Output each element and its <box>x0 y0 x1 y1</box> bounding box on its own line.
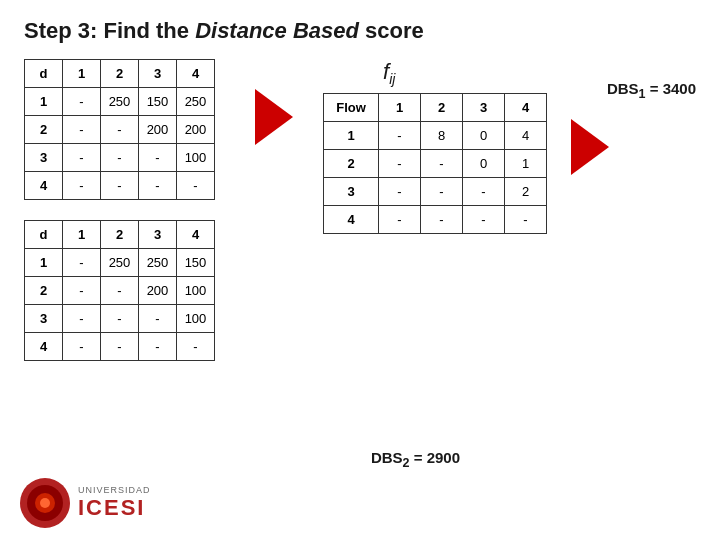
flow-header-cell: 1 <box>379 94 421 122</box>
table-cell: - <box>63 249 101 277</box>
table-cell: 250 <box>101 88 139 116</box>
table-row: 2--200200 <box>25 116 215 144</box>
table-cell: - <box>63 144 101 172</box>
distance-table-1: d 1 2 3 4 1-2501502502--2002003---1004--… <box>24 59 215 200</box>
flow-table-cell: 1 <box>505 150 547 178</box>
table-cell: - <box>177 333 215 361</box>
col-header-32: 3 <box>139 221 177 249</box>
table-cell: 100 <box>177 277 215 305</box>
arrow-shape-1 <box>255 89 293 145</box>
logo-text: UNIVERSIDAD ICESI <box>78 485 151 521</box>
table-cell: - <box>63 333 101 361</box>
flow-table-row: 2--01 <box>324 150 547 178</box>
table-cell: 1 <box>25 249 63 277</box>
flow-table-cell: - <box>379 178 421 206</box>
table-cell: 250 <box>139 249 177 277</box>
flow-table-cell: - <box>379 150 421 178</box>
col-header-42: 4 <box>177 221 215 249</box>
table-row: 3---100 <box>25 305 215 333</box>
table-cell: - <box>101 172 139 200</box>
flow-table-row: 3---2 <box>324 178 547 206</box>
table-cell: - <box>101 277 139 305</box>
table-row: 4---- <box>25 333 215 361</box>
dbs2-label: DBS2 = 2900 <box>371 449 460 470</box>
arrow-shape-2 <box>571 119 609 175</box>
flow-header-cell: 4 <box>505 94 547 122</box>
table-cell: - <box>101 305 139 333</box>
col-header-d: d <box>25 60 63 88</box>
flow-table-header-row: Flow1234 <box>324 94 547 122</box>
flow-table-cell: - <box>421 150 463 178</box>
arrow-right-1 <box>255 89 293 145</box>
flow-table-cell: - <box>463 178 505 206</box>
col-header-22: 2 <box>101 221 139 249</box>
col-header-2: 2 <box>101 60 139 88</box>
table-cell: - <box>63 172 101 200</box>
table-cell: - <box>63 305 101 333</box>
col-header-d2: d <box>25 221 63 249</box>
table-cell: 4 <box>25 333 63 361</box>
flow-table-cell: 0 <box>463 150 505 178</box>
flow-section: fij Flow1234 1-8042--013---24---- <box>323 59 547 234</box>
flow-table-cell: - <box>379 206 421 234</box>
title-italic: Distance Based <box>195 18 359 43</box>
page-title: Step 3: Find the Distance Based score <box>0 0 720 54</box>
col-header-3: 3 <box>139 60 177 88</box>
svg-point-2 <box>40 498 50 508</box>
table-cell: - <box>101 144 139 172</box>
logo-university: UNIVERSIDAD <box>78 485 151 495</box>
table-cell: - <box>63 88 101 116</box>
flow-table-cell: 2 <box>505 178 547 206</box>
dbs1-label: DBS1 = 3400 <box>607 80 696 101</box>
table-cell: - <box>101 333 139 361</box>
table-cell: - <box>177 172 215 200</box>
flow-header-cell: 3 <box>463 94 505 122</box>
flow-table-cell: 0 <box>463 122 505 150</box>
logo-circle <box>20 478 70 528</box>
table-cell: - <box>101 116 139 144</box>
table-cell: - <box>63 277 101 305</box>
table-cell: 100 <box>177 305 215 333</box>
table-cell: 200 <box>177 116 215 144</box>
flow-table-cell: 4 <box>324 206 379 234</box>
table-cell: 4 <box>25 172 63 200</box>
flow-table-cell: 2 <box>324 150 379 178</box>
flow-header-cell: Flow <box>324 94 379 122</box>
table-cell: 1 <box>25 88 63 116</box>
table-cell: 3 <box>25 144 63 172</box>
flow-table-cell: - <box>421 206 463 234</box>
table-cell: - <box>139 144 177 172</box>
table-cell: 2 <box>25 277 63 305</box>
table-cell: 100 <box>177 144 215 172</box>
table-row: 4---- <box>25 172 215 200</box>
distance-table-2: d 1 2 3 4 1-2502501502--2001003---1004--… <box>24 220 215 361</box>
title-suffix: score <box>359 18 424 43</box>
table-cell: 150 <box>177 249 215 277</box>
table-cell: 150 <box>139 88 177 116</box>
flow-table: Flow1234 1-8042--013---24---- <box>323 93 547 234</box>
table-cell: 3 <box>25 305 63 333</box>
table-cell: 2 <box>25 116 63 144</box>
table-cell: - <box>139 305 177 333</box>
flow-table-cell: 3 <box>324 178 379 206</box>
table-row: 1-250150250 <box>25 88 215 116</box>
arrow-right-2 <box>571 119 609 175</box>
flow-header-cell: 2 <box>421 94 463 122</box>
flow-table-cell: - <box>379 122 421 150</box>
table-cell: - <box>63 116 101 144</box>
distance-tables: d 1 2 3 4 1-2501502502--2002003---1004--… <box>24 59 215 361</box>
col-header-4: 4 <box>177 60 215 88</box>
col-header-1: 1 <box>63 60 101 88</box>
flow-table-cell: - <box>421 178 463 206</box>
fij-label: fij <box>383 59 395 87</box>
logo-svg <box>25 483 65 523</box>
title-prefix: Step 3: Find the <box>24 18 195 43</box>
flow-table-cell: 4 <box>505 122 547 150</box>
table-row: 3---100 <box>25 144 215 172</box>
flow-table-row: 1-804 <box>324 122 547 150</box>
table-cell: - <box>139 172 177 200</box>
logo-area: UNIVERSIDAD ICESI <box>20 478 151 528</box>
table-cell: 250 <box>101 249 139 277</box>
table-cell: 250 <box>177 88 215 116</box>
table-row: 1-250250150 <box>25 249 215 277</box>
